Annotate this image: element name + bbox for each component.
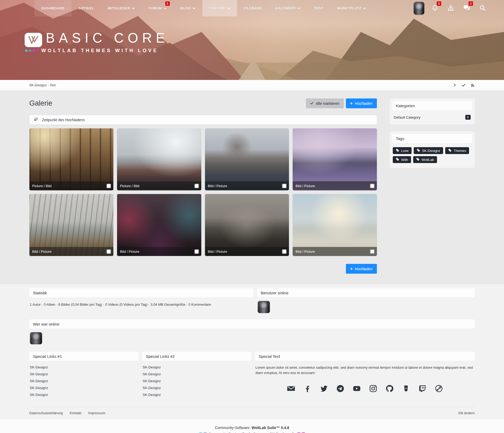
brand-tagline: WOLTLAB THEMES WITH LOVE [41, 48, 158, 53]
image-select-checkbox[interactable] [282, 249, 287, 254]
jump-to-page-button[interactable] [453, 83, 457, 87]
user-avatar[interactable] [258, 301, 270, 313]
breadcrumb[interactable]: SK-Designz - Test [29, 83, 56, 87]
tag-pill[interactable]: WoltLab [413, 156, 437, 163]
footer-link[interactable]: SK-Designz [143, 386, 161, 390]
special-text-section: Special Text Lorem ipsum dolor sit amet,… [255, 352, 475, 399]
twitter-icon[interactable] [320, 384, 328, 393]
gallery-image[interactable]: Picture / Bild [117, 128, 201, 190]
woltlab-w-icon [25, 33, 42, 47]
design-credit: Community-Design: Basic Core von SK-Desi… [0, 432, 504, 433]
gallery-grid: Picture / Bild Picture / Bild Bild / Pic… [29, 128, 377, 256]
nav-item-filebase[interactable]: FILEBASE [237, 0, 269, 16]
nav-item-kalender[interactable]: KALENDER [269, 0, 307, 16]
moderation-button[interactable] [444, 0, 458, 16]
upload-button-bottom[interactable]: + Hochladen [346, 264, 377, 274]
footer-link[interactable]: SK-Designz [143, 372, 161, 376]
tags-title: Tags [392, 134, 472, 143]
footer-link[interactable]: SK-Designz [30, 372, 48, 376]
chevron-down-icon [193, 7, 195, 9]
imprint-link[interactable]: Impressum [88, 411, 105, 415]
nav-item-artikel[interactable]: ARTIKEL [72, 0, 101, 16]
categories-title: Kategorien [392, 101, 472, 110]
privacy-link[interactable]: Datenschutzerklärung [29, 411, 63, 415]
youtube-icon[interactable] [353, 384, 361, 393]
upload-button[interactable]: + Hochladen [346, 98, 377, 108]
twitch-icon[interactable] [418, 384, 427, 393]
page-title: Galerie [29, 99, 52, 107]
facebook-icon[interactable] [303, 384, 312, 393]
sidebar: Kategorien Default Category 8 Tags Love … [390, 98, 475, 274]
legal-bar: Datenschutzerklärung Kontakt Impressum S… [29, 407, 475, 419]
user-avatar[interactable] [30, 332, 42, 344]
chevron-down-icon [132, 7, 135, 9]
image-select-checkbox[interactable] [194, 249, 199, 254]
site-logo[interactable]: BASIC CORE WOLTLAB THEMES WITH LOVE [25, 31, 169, 53]
image-title: Bild / Picture [296, 184, 315, 188]
list-item: SK-Designz [30, 365, 138, 369]
image-select-checkbox[interactable] [106, 249, 111, 254]
image-select-checkbox[interactable] [370, 184, 374, 188]
tag-icon [417, 148, 420, 153]
footer-link[interactable]: SK-Designz [143, 379, 161, 383]
image-select-checkbox[interactable] [282, 184, 287, 188]
footer-link[interactable]: SK-Designz [143, 393, 161, 397]
mark-read-button[interactable] [461, 83, 466, 87]
nav-item-galerie[interactable]: GALERIE [202, 0, 237, 16]
gitea-cup-icon[interactable] [402, 384, 410, 393]
instagram-icon[interactable] [369, 384, 377, 393]
conversations-button[interactable]: 1 [460, 0, 474, 16]
rss-feed-icon[interactable] [471, 83, 475, 87]
image-title: Picture / Bild [120, 184, 139, 188]
gallery-image[interactable]: Bild / Picture [117, 194, 201, 256]
gallery-image[interactable]: Bild / Picture [29, 194, 114, 256]
footer-link[interactable]: SK-Designz [30, 379, 48, 383]
list-item: SK-Designz [143, 386, 251, 390]
list-item: SK-Designz [30, 393, 138, 397]
search-button[interactable] [476, 0, 489, 16]
sort-bar[interactable]: Zeitpunkt des Hochladens [29, 115, 377, 124]
notifications-button[interactable]: 1 [428, 0, 442, 16]
telegram-icon[interactable] [336, 384, 345, 393]
tag-pill[interactable]: SK-Designz [414, 147, 443, 154]
nav-item-forum[interactable]: FORUM 1 [142, 0, 173, 16]
footer-link[interactable]: SK-Designz [143, 365, 161, 369]
breadcrumb-bar: SK-Designz - Test [0, 80, 504, 91]
gallery-image[interactable]: Bild / Picture [293, 194, 377, 256]
user-menu-button[interactable] [412, 0, 426, 16]
check-icon [310, 101, 314, 106]
social-icons-row [255, 384, 475, 393]
category-link[interactable]: Default Category [394, 115, 421, 119]
mark-all-button[interactable]: Alle markieren [306, 98, 344, 108]
tag-pill[interactable]: With [393, 156, 411, 163]
footer-link[interactable]: SK-Designz [30, 365, 48, 369]
style-changer-link[interactable]: Stil ändern [458, 411, 475, 415]
nav-item-marktplatz[interactable]: MARKTPLATZ [330, 0, 373, 16]
nav-item-mitglieder[interactable]: MITGLIEDER [101, 0, 142, 16]
tag-pill[interactable]: Themes [445, 147, 469, 154]
nav-item-dashboard[interactable]: DASHBOARD [34, 0, 72, 16]
steam-icon[interactable] [435, 384, 443, 393]
email-icon[interactable] [287, 384, 295, 393]
tag-pill[interactable]: Love [393, 147, 412, 154]
designer-link[interactable]: SK-Designz.de [270, 432, 296, 433]
image-select-checkbox[interactable] [106, 184, 111, 188]
users-online-section: Benutzer online [257, 288, 475, 314]
nav-item-blog[interactable]: BLOG [173, 0, 202, 16]
software-credit: Community-Software: WoltLab Suite™ 5.4.8 [0, 426, 504, 430]
gallery-image[interactable]: Picture / Bild [29, 128, 114, 190]
image-select-checkbox[interactable] [194, 184, 199, 188]
image-select-checkbox[interactable] [370, 249, 374, 254]
gallery-image[interactable]: Bild / Picture [205, 128, 289, 190]
nav-item-test[interactable]: TEST [307, 0, 330, 16]
brand-title: BASIC CORE [46, 31, 169, 45]
footer-link[interactable]: SK-Designz [30, 386, 48, 390]
tags-box: Tags Love SK-Designz Themes With WoltLab [390, 131, 475, 168]
contact-link[interactable]: Kontakt [70, 411, 81, 415]
gallery-image[interactable]: Bild / Picture [205, 194, 289, 256]
github-icon[interactable] [385, 384, 394, 393]
list-item: SK-Designz [30, 386, 138, 390]
gallery-image[interactable]: Bild / Picture [293, 128, 377, 190]
gallery-column: Galerie Alle markieren + Hochladen Zeitp… [29, 98, 377, 274]
footer-link[interactable]: SK-Designz [30, 393, 48, 397]
